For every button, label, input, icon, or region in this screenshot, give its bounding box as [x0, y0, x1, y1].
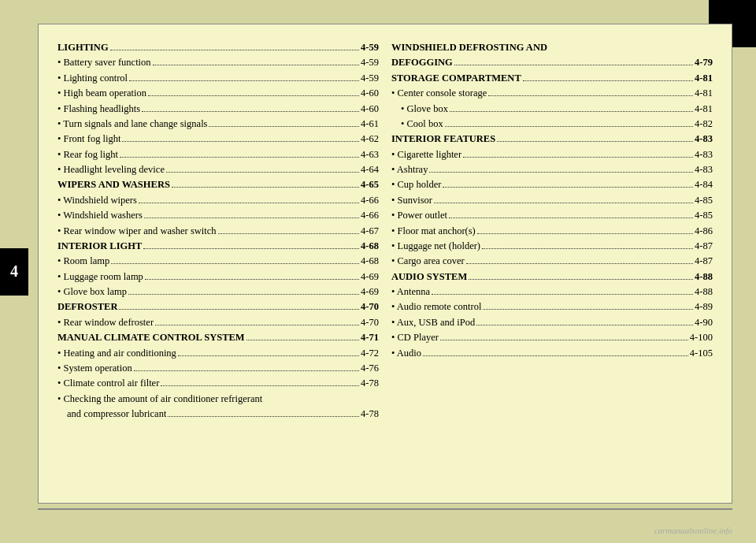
toc-entry: • Cargo area cover4-87: [391, 254, 713, 269]
entry-text: • Battery saver function: [57, 55, 151, 70]
toc-entry: • Battery saver function4-59: [57, 55, 379, 70]
entry-text: DEFOGGING: [391, 55, 453, 70]
entry-text: • Rear window defroster: [57, 315, 154, 330]
entry-page: 4-78: [361, 376, 379, 391]
bottom-divider: [38, 508, 732, 510]
dots: [443, 187, 693, 188]
entry-page: 4-88: [695, 270, 713, 285]
entry-page: 4-61: [361, 117, 379, 132]
entry-page: 4-81: [695, 102, 713, 117]
toc-entry: AUDIO SYSTEM4-88: [391, 270, 713, 285]
toc-entry: • Floor mat anchor(s)4-86: [391, 224, 713, 239]
dots: [463, 157, 693, 158]
entry-page: 4-90: [695, 315, 713, 330]
chapter-number: 4: [10, 262, 18, 281]
dots: [454, 65, 693, 65]
right-column: WINDSHIELD DEFROSTING ANDDEFOGGING4-79ST…: [391, 40, 713, 487]
toc-entry: • Sunvisor4-85: [391, 193, 713, 208]
toc-entry: DEFOGGING4-79: [391, 55, 713, 70]
entry-page: 4-85: [695, 193, 713, 208]
toc-entry: • System operation4-76: [57, 361, 379, 376]
toc-entry: WINDSHIELD DEFROSTING AND: [391, 40, 713, 55]
toc-entry: • Luggage net (holder)4-87: [391, 239, 713, 254]
entry-text: • Glove box lamp: [57, 285, 127, 299]
dots: [523, 80, 693, 81]
toc-entry: • High beam operation4-60: [57, 86, 379, 101]
toc-entry: • Cool box4-82: [391, 117, 713, 132]
entry-text: • Windshield wipers: [57, 193, 137, 208]
dots: [423, 355, 688, 356]
toc-entry: • Cup holder4-84: [391, 177, 713, 192]
dots: [429, 172, 693, 173]
toc-entry: • Center console storage4-81: [391, 86, 713, 101]
entry-text: • Luggage room lamp: [57, 270, 143, 285]
dots: [445, 126, 693, 127]
left-column: LIGHTING4-59• Battery saver function4-59…: [57, 40, 379, 487]
entry-text: • System operation: [57, 361, 132, 376]
entry-text: • Turn signals and lane change signals: [57, 117, 207, 132]
entry-text: LIGHTING: [57, 40, 109, 55]
dots: [161, 385, 359, 386]
entry-page: 4-87: [695, 254, 713, 269]
dots: [143, 248, 359, 249]
entry-page: 4-71: [361, 330, 379, 345]
entry-page: 4-83: [695, 147, 713, 162]
entry-text: • Headlight leveling device: [57, 162, 165, 177]
dots: [440, 340, 688, 340]
entry-text: • Cup holder: [391, 177, 441, 192]
entry-text: • Cigarette lighter: [391, 147, 461, 162]
toc-entry: • Glove box4-81: [391, 102, 713, 117]
dots: [477, 233, 693, 234]
entry-text: • Ashtray: [391, 162, 428, 177]
toc-entry: WIPERS AND WASHERS4-65: [57, 177, 379, 192]
entry-page: 4-69: [361, 270, 379, 285]
entry-text: • Luggage net (holder): [391, 239, 480, 254]
entry-page: 4-60: [361, 102, 379, 117]
dots: [110, 50, 359, 50]
toc-entry: • Audio4-105: [391, 346, 713, 361]
entry-text: • Room lamp: [57, 254, 109, 269]
entry-page: 4-87: [695, 239, 713, 254]
entry-page: 4-82: [695, 117, 713, 132]
dots: [432, 294, 693, 295]
entry-page: 4-100: [690, 330, 713, 345]
toc-entry: MANUAL CLIMATE CONTROL SYSTEM4-71: [57, 330, 379, 345]
entry-text: • Center console storage: [391, 86, 487, 101]
entry-text: • Rear fog light: [57, 147, 118, 162]
entry-text: • Antenna: [391, 285, 430, 299]
dots: [134, 370, 359, 371]
dots: [139, 203, 359, 203]
dots: [129, 80, 359, 81]
toc-entry: • Lighting control4-59: [57, 71, 379, 86]
toc-entry: • Antenna4-88: [391, 285, 713, 299]
dots: [497, 141, 693, 142]
entry-page: 4-70: [361, 315, 379, 330]
entry-page: 4-59: [361, 71, 379, 86]
dots: [483, 309, 693, 310]
toc-entry: • Flashing headlights4-60: [57, 102, 379, 117]
dots: [122, 141, 359, 142]
dots: [155, 325, 359, 325]
entry-text: • Audio: [391, 346, 421, 361]
entry-page: 4-66: [361, 208, 379, 223]
toc-entry: • Power outlet4-85: [391, 208, 713, 223]
toc-entry: • Headlight leveling device4-64: [57, 162, 379, 177]
entry-text: WIPERS AND WASHERS: [57, 177, 170, 192]
dots: [111, 263, 359, 264]
toc-entry: • Luggage room lamp4-69: [57, 270, 379, 285]
dots: [166, 172, 359, 173]
entry-page: 4-81: [695, 71, 713, 86]
toc-entry: • Rear window defroster4-70: [57, 315, 379, 330]
dots: [482, 248, 693, 249]
entry-page: 4-81: [695, 86, 713, 101]
entry-text: • Lighting control: [57, 71, 128, 86]
dots: [128, 294, 359, 295]
entry-text: • Checking the amount of air conditioner…: [57, 392, 262, 407]
entry-page: 4-66: [361, 193, 379, 208]
entry-text: MANUAL CLIMATE CONTROL SYSTEM: [57, 330, 245, 345]
entry-page: 4-69: [361, 285, 379, 299]
entry-text: WINDSHIELD DEFROSTING AND: [391, 40, 547, 55]
entry-page: 4-63: [361, 147, 379, 162]
toc-entry: • Aux, USB and iPod4-90: [391, 315, 713, 330]
entry-text: • Rear window wiper and washer switch: [57, 224, 217, 239]
